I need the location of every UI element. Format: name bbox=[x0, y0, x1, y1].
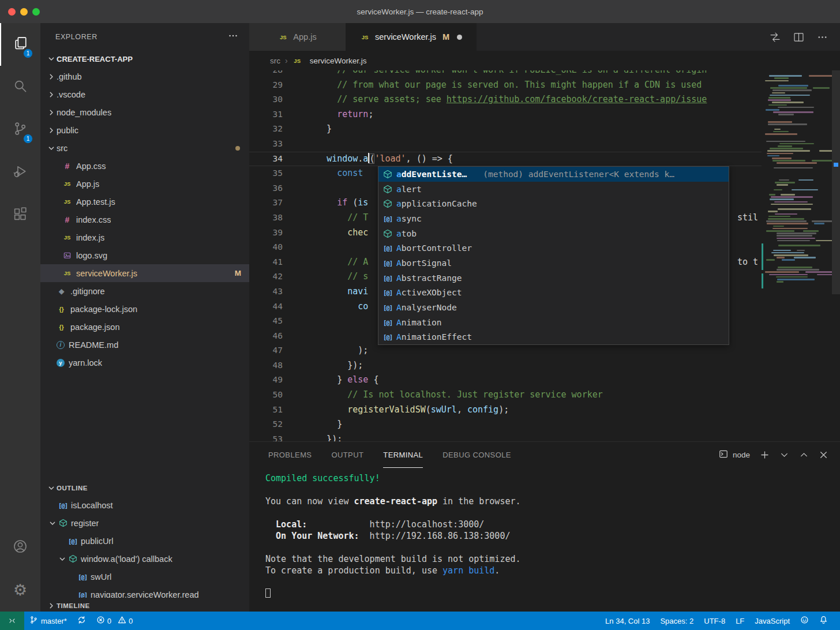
tree-item[interactable]: public bbox=[40, 121, 249, 139]
zoom-window-button[interactable] bbox=[32, 8, 40, 16]
outline-item[interactable]: [@]isLocalhost bbox=[40, 496, 249, 514]
suggestion-item[interactable]: [@]AnalyserNode bbox=[378, 300, 729, 315]
chevron-down-icon[interactable] bbox=[47, 519, 58, 528]
tree-item[interactable]: yyarn.lock bbox=[40, 354, 249, 372]
tree-item[interactable]: ◆.gitignore bbox=[40, 282, 249, 300]
suggestion-item[interactable]: [@]AbortController bbox=[378, 241, 729, 256]
code-line[interactable]: 31 return; bbox=[249, 107, 840, 122]
notifications[interactable] bbox=[814, 612, 833, 630]
tree-item[interactable]: {}package-lock.json bbox=[40, 300, 249, 318]
more-actions-icon[interactable] bbox=[227, 30, 239, 44]
split-editor-icon[interactable] bbox=[793, 31, 805, 43]
outline-item[interactable]: window.a('load') callback bbox=[40, 550, 249, 568]
tree-item[interactable]: JSindex.js bbox=[40, 228, 249, 246]
suggestion-item[interactable]: [@]AnimationEffect bbox=[378, 330, 729, 345]
chevron-right-icon[interactable] bbox=[46, 108, 57, 117]
minimap[interactable] bbox=[762, 70, 832, 441]
activity-bar-item-run-debug[interactable] bbox=[0, 151, 40, 194]
suggestion-item[interactable]: atob bbox=[378, 226, 729, 241]
minimize-window-button[interactable] bbox=[20, 8, 28, 16]
suggestion-item[interactable]: [@]AbortSignal bbox=[378, 256, 729, 271]
breadcrumb-folder[interactable]: src bbox=[270, 57, 280, 65]
panel-tab-output[interactable]: OUTPUT bbox=[331, 442, 363, 468]
tree-item[interactable]: #App.css bbox=[40, 157, 249, 175]
tab-serviceworker-js[interactable]: JSserviceWorker.jsM bbox=[346, 23, 477, 51]
problems[interactable]: 00 bbox=[91, 612, 141, 630]
editor-scrollbar-thumb[interactable] bbox=[832, 70, 840, 294]
code-editor[interactable]: 28 // our service worker won't work if P… bbox=[249, 70, 840, 441]
eol[interactable]: LF bbox=[730, 612, 749, 630]
code-line[interactable]: 53 }); bbox=[249, 432, 840, 441]
tree-item[interactable]: .vscode bbox=[40, 85, 249, 103]
outline-item[interactable]: [@]swUrl bbox=[40, 568, 249, 586]
sync[interactable] bbox=[72, 612, 91, 630]
chevron-right-icon[interactable] bbox=[46, 72, 57, 81]
close-panel-button[interactable] bbox=[819, 450, 828, 460]
tree-item[interactable]: node_modules bbox=[40, 103, 249, 121]
open-changes-icon[interactable] bbox=[769, 31, 781, 43]
activity-bar-item-extensions[interactable] bbox=[0, 194, 40, 237]
tree-item[interactable]: #index.css bbox=[40, 211, 249, 228]
tree-item[interactable]: JSApp.js bbox=[40, 175, 249, 193]
close-window-button[interactable] bbox=[8, 8, 16, 16]
suggestion-item[interactable]: [@]Animation bbox=[378, 315, 729, 330]
timeline-header[interactable]: TIMELINE bbox=[40, 598, 249, 612]
code-line[interactable]: 48 }); bbox=[249, 358, 840, 373]
cursor-position[interactable]: Ln 34, Col 13 bbox=[600, 612, 655, 630]
suggestion-item[interactable]: [@]ActiveXObject bbox=[378, 286, 729, 301]
chevron-down-icon[interactable] bbox=[46, 144, 57, 153]
suggestion-item[interactable]: [@]AbstractRange bbox=[378, 271, 729, 286]
activity-bar-item-settings[interactable]: ⚙ bbox=[0, 569, 40, 612]
maximize-panel-button[interactable] bbox=[799, 450, 809, 460]
outline-item[interactable]: [@]navigator.serviceWorker.read bbox=[40, 586, 249, 598]
terminal-output[interactable]: Compiled successfully!You can now view c… bbox=[249, 468, 840, 612]
chevron-down-icon[interactable] bbox=[57, 554, 68, 564]
code-line[interactable]: 28 // our service worker won't work if P… bbox=[249, 70, 840, 78]
feedback[interactable] bbox=[795, 612, 814, 630]
suggestion-item[interactable]: addEventListe…(method) addEventListener<… bbox=[378, 167, 729, 182]
tree-item[interactable]: JSApp.test.js bbox=[40, 193, 249, 211]
project-root-folder[interactable]: CREATE-REACT-APP bbox=[40, 50, 249, 68]
encoding[interactable]: UTF-8 bbox=[699, 612, 730, 630]
code-line[interactable]: 47 ); bbox=[249, 343, 840, 358]
code-line[interactable]: 34 window.a('load', () => { bbox=[249, 152, 840, 167]
chevron-right-icon[interactable] bbox=[46, 90, 57, 99]
tab-app-js[interactable]: JSApp.js bbox=[249, 23, 346, 51]
suggestion-item[interactable]: alert bbox=[378, 182, 729, 197]
code-line[interactable]: 32 } bbox=[249, 122, 840, 137]
suggestion-item[interactable]: applicationCache bbox=[378, 196, 729, 211]
code-line[interactable]: 50 // Is not localhost. Just register se… bbox=[249, 388, 840, 403]
tree-item[interactable]: .github bbox=[40, 68, 249, 85]
outline-item[interactable]: register bbox=[40, 514, 249, 532]
language-mode[interactable]: JavaScript bbox=[749, 612, 795, 630]
breadcrumb-file[interactable]: JS serviceWorker.js bbox=[292, 56, 367, 66]
tree-item[interactable]: iREADME.md bbox=[40, 336, 249, 354]
activity-bar-item-account[interactable] bbox=[0, 526, 40, 569]
terminal-picker[interactable]: node bbox=[719, 449, 750, 460]
tree-item[interactable]: {}package.json bbox=[40, 318, 249, 336]
code-line[interactable]: 33 bbox=[249, 137, 840, 152]
outline-header[interactable]: OUTLINE bbox=[40, 480, 249, 496]
tree-item[interactable]: logo.svg bbox=[40, 246, 249, 264]
activity-bar-item-search[interactable] bbox=[0, 66, 40, 108]
code-line[interactable]: 52 } bbox=[249, 417, 840, 432]
panel-tab-debug-console[interactable]: DEBUG CONSOLE bbox=[442, 442, 511, 468]
panel-tab-terminal[interactable]: TERMINAL bbox=[383, 442, 423, 468]
code-line[interactable]: 51 registerValidSW(swUrl, config); bbox=[249, 403, 840, 418]
code-line[interactable]: 30 // serve assets; see https://github.c… bbox=[249, 92, 840, 107]
activity-bar-item-source-control[interactable]: 1 bbox=[0, 108, 40, 151]
terminal-dropdown-icon[interactable] bbox=[779, 450, 789, 460]
code-line[interactable]: 29 // from what our page is served on. T… bbox=[249, 78, 840, 93]
git-branch[interactable]: master* bbox=[24, 612, 72, 630]
more-actions-icon[interactable] bbox=[816, 31, 828, 43]
tree-item[interactable]: src bbox=[40, 139, 249, 157]
remote-indicator[interactable] bbox=[0, 612, 24, 630]
panel-tab-problems[interactable]: PROBLEMS bbox=[268, 442, 312, 468]
code-line[interactable]: 49 } else { bbox=[249, 373, 840, 388]
outline-item[interactable]: [@]publicUrl bbox=[40, 532, 249, 550]
suggestion-item[interactable]: [@]async bbox=[378, 211, 729, 226]
indentation[interactable]: Spaces: 2 bbox=[655, 612, 699, 630]
chevron-right-icon[interactable] bbox=[46, 126, 57, 135]
tree-item[interactable]: JSserviceWorker.jsM bbox=[40, 264, 249, 282]
new-terminal-button[interactable] bbox=[760, 450, 770, 460]
